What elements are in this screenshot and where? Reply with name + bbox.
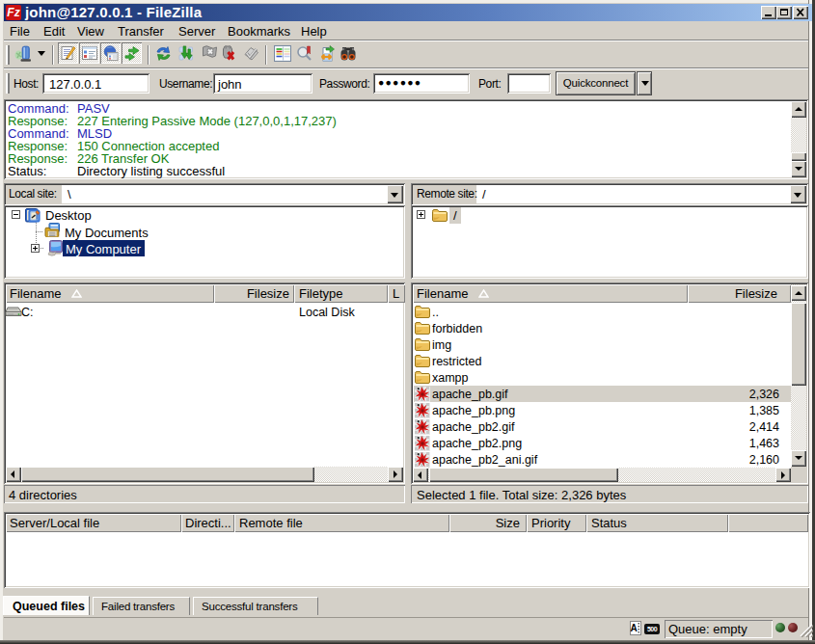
svg-text:A: A: [630, 623, 637, 633]
